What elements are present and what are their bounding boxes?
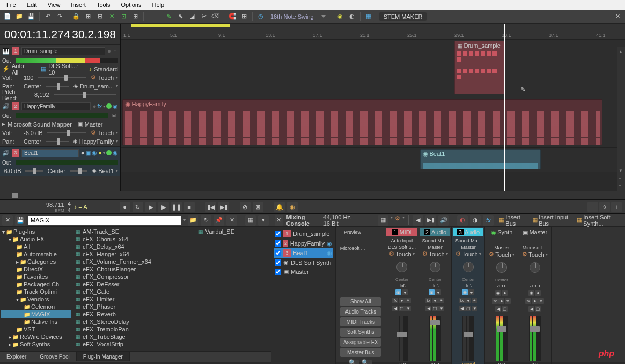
track-checkbox[interactable]: [275, 259, 281, 266]
fader[interactable]: [396, 316, 408, 361]
mono-icon[interactable]: ◑: [470, 215, 481, 226]
marker-region[interactable]: [131, 24, 625, 27]
metronome-button[interactable]: 🔔: [274, 202, 285, 212]
channel-audio-selected[interactable]: 3Audio Sound Ma... Master ⚙Touch▾ Center…: [452, 227, 485, 364]
envelope-tool-icon[interactable]: ◢: [187, 11, 197, 22]
file-item[interactable]: ▦eFX_ChorusFlanger: [73, 265, 153, 273]
gear-icon[interactable]: ⚙: [395, 215, 400, 226]
pan-knob[interactable]: [430, 262, 440, 272]
mute-icon[interactable]: ◉: [92, 150, 97, 157]
edit-tool-icon[interactable]: ✎: [163, 11, 174, 22]
save-icon[interactable]: 💾: [26, 11, 36, 22]
more-icon[interactable]: ◉: [113, 150, 118, 157]
tab-groove[interactable]: Groove Pool: [33, 352, 77, 361]
dim-icon[interactable]: ◐: [457, 215, 468, 226]
next-marker-button[interactable]: ▶▮: [218, 202, 229, 212]
show-all-button[interactable]: Show All: [340, 297, 381, 306]
mixer-list-item-selected[interactable]: 3Beat1 ◉: [274, 248, 333, 258]
file-item[interactable]: ▦Vandal_SE: [196, 228, 237, 235]
pan-knob[interactable]: [530, 262, 540, 273]
insert-input-bus-button[interactable]: ▦Insert Input Bus: [530, 213, 571, 227]
zoom-in-icon[interactable]: 🔍+: [362, 360, 372, 364]
track-name-input[interactable]: Beat1: [21, 149, 79, 157]
close-mixer-icon[interactable]: ✕: [275, 215, 283, 226]
tree-item[interactable]: 📁Celemon: [1, 303, 71, 310]
play-start-button[interactable]: ▶: [145, 202, 156, 212]
drive-icon[interactable]: 💾: [15, 215, 26, 226]
pan-knob[interactable]: [396, 262, 407, 272]
swing-label[interactable]: 16th Note Swing: [267, 13, 317, 20]
folder-tree[interactable]: ▾📁Plug-Ins ▾📁Audio FX 📁All 📁Automatable …: [0, 227, 72, 351]
menu-file[interactable]: File: [1, 1, 21, 9]
timeline[interactable]: 1.1 5.1 9.1 13.1 17.1 21.1 25.1 29.1 33.…: [121, 24, 625, 191]
loop-button[interactable]: ↻: [133, 202, 143, 212]
delete-icon[interactable]: ✕: [226, 215, 237, 226]
chevron-down-icon[interactable]: ▾: [116, 130, 118, 135]
chevron-down-icon[interactable]: ▾: [116, 75, 118, 80]
file-item[interactable]: ▦eFX_TubeStage: [73, 333, 153, 340]
bpm-value[interactable]: 98.711: [46, 202, 64, 208]
file-list[interactable]: ▦AM-Track_SE ▦cFX_Chorus_x64 ▦cFX_Delay_…: [72, 227, 271, 351]
output-icon[interactable]: ▣: [77, 121, 83, 128]
close-panel-icon[interactable]: ✕: [2, 215, 13, 226]
file-item[interactable]: ▦eFX_Limiter: [73, 295, 153, 303]
fader[interactable]: [529, 316, 541, 361]
solo-icon[interactable]: ●: [402, 289, 408, 295]
tree-item[interactable]: ▾📁Audio FX: [1, 235, 71, 243]
audio-clip-beat[interactable]: ◉ Beat1: [420, 149, 541, 169]
note-icon[interactable]: ♪ = A: [74, 204, 87, 210]
tab-plugins[interactable]: Plug-In Manager: [77, 352, 130, 361]
link-icon[interactable]: ⚭: [405, 298, 411, 303]
gear-icon[interactable]: ⚙: [455, 250, 461, 257]
touch-label[interactable]: Touch: [98, 75, 114, 81]
insert-bus-button[interactable]: ▦Insert Bus: [497, 213, 527, 227]
follow-icon[interactable]: ⊘: [240, 202, 251, 212]
zoom-out-icon[interactable]: −: [619, 183, 624, 189]
mixer-list-item[interactable]: ◉DLS Soft Synth: [274, 258, 333, 267]
track-name-input[interactable]: Drum_sample: [21, 47, 105, 55]
track-lane-2[interactable]: ◉ HappyFamily fx: [121, 98, 625, 148]
vertical-scrollbar[interactable]: ▲ ▼ + −: [617, 47, 625, 191]
channel-midi[interactable]: 1MIDI Auto Input DLS Soft S... ⚙Touch▾ C…: [385, 227, 418, 364]
gear-icon[interactable]: ⚙: [422, 250, 428, 257]
stop-button[interactable]: ■: [184, 202, 195, 212]
volume-slider[interactable]: [38, 77, 86, 78]
tree-item[interactable]: ▾📁Plug-Ins: [1, 228, 71, 235]
ch-input[interactable]: Auto Input: [386, 237, 417, 244]
track-checkbox[interactable]: [275, 231, 281, 237]
record-button[interactable]: ●: [120, 202, 130, 212]
menu-edit[interactable]: Edit: [21, 1, 42, 9]
quantize-icon[interactable]: ⊡: [118, 11, 129, 22]
track-header-2[interactable]: 🔊 2 HappyFamily ● fx ▾ ◉ Out -Inf. ▸: [0, 100, 120, 147]
fx-icon[interactable]: ◈: [73, 83, 78, 90]
mixer-list-item[interactable]: ▣Master: [274, 267, 333, 276]
dim-icon[interactable]: ◐: [347, 11, 357, 22]
tree-item[interactable]: 📁All: [1, 243, 71, 250]
mute-icon[interactable]: ◉: [462, 289, 468, 295]
play-button[interactable]: ▶: [158, 202, 169, 212]
option-icon[interactable]: ⊠: [253, 202, 263, 212]
pitch-slider[interactable]: [54, 94, 116, 95]
next-icon[interactable]: ▶▮: [425, 215, 436, 226]
fx-chain-icon[interactable]: fx: [97, 103, 102, 109]
touch-label[interactable]: Touch: [98, 130, 114, 136]
tree-item[interactable]: ▸📁Soft Synths: [1, 340, 71, 348]
overview-thumb[interactable]: [12, 193, 18, 198]
refresh-icon[interactable]: ↻: [201, 215, 211, 226]
file-item[interactable]: ▦cFX_Chorus_x64: [73, 235, 153, 243]
file-item[interactable]: ▦cFX_Flanger_x64: [73, 250, 153, 258]
file-item[interactable]: ▦eFX_DeEsser: [73, 280, 153, 288]
layout-icon[interactable]: ▦: [378, 215, 388, 226]
track-checkbox[interactable]: [275, 269, 281, 275]
stem-icon[interactable]: ▦: [363, 11, 374, 22]
menu-options[interactable]: Options: [116, 1, 147, 9]
select-tool-icon[interactable]: ⬉: [175, 11, 186, 22]
tree-item[interactable]: 📁Automatable: [1, 250, 71, 258]
pan-knob[interactable]: [496, 262, 507, 273]
tool-a-icon[interactable]: ⊞: [130, 11, 141, 22]
gear-icon[interactable]: ⚙: [91, 129, 96, 136]
mute-icon[interactable]: ◉: [395, 289, 401, 295]
track-checkbox[interactable]: [275, 240, 281, 247]
scroll-up-icon[interactable]: ▲: [619, 49, 624, 55]
fader[interactable]: [429, 316, 441, 361]
